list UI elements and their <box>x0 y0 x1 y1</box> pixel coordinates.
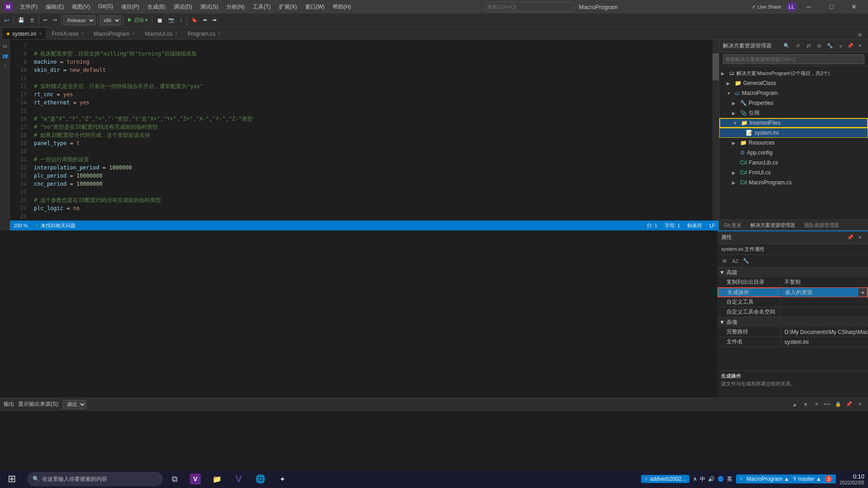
save-all-btn[interactable]: 🗒 <box>28 15 37 26</box>
taskbar-app-edge[interactable]: 🌐 <box>251 472 269 486</box>
se-filter-btn[interactable]: ≡ <box>836 42 845 51</box>
minimize-button[interactable]: ─ <box>798 0 819 14</box>
output-scroll-up-btn[interactable]: ▲ <box>790 400 799 409</box>
run-btn[interactable]: ▶ 启动 ▾ <box>125 15 150 26</box>
se-search-input[interactable] <box>723 54 864 64</box>
editor-scrollbar[interactable] <box>712 40 719 221</box>
tab-programcs[interactable]: Program.cs × <box>183 28 226 39</box>
taskbar-app-other[interactable]: ✦ <box>273 472 291 486</box>
tab-close-icon[interactable]: × <box>39 31 42 36</box>
user-avatar[interactable]: LL <box>787 2 797 12</box>
code-content[interactable]: # 机床配置类型，目前支持"milling"和"turning"后续陆续添加 m… <box>30 40 712 221</box>
editor-settings-btn[interactable]: ⚙ <box>855 30 864 39</box>
taskbar-app-explorer[interactable]: 📁 <box>208 472 226 486</box>
tab-close-icon[interactable]: × <box>218 31 221 36</box>
menu-project[interactable]: 项目(P) <box>118 2 143 12</box>
editor-content[interactable]: 7 8 9 10 11 12 13 14 15 16 17 18 19 20 2… <box>10 40 719 221</box>
props-sort-cat-btn[interactable]: ⊞ <box>719 256 729 266</box>
save-btn[interactable]: 💾 <box>16 15 27 26</box>
bookmark-nav-btn2[interactable]: ➡ <box>210 15 219 26</box>
clock[interactable]: 0:10 2022/02/05 <box>840 473 864 485</box>
taskbar-app-vs-logo[interactable]: V <box>230 472 248 486</box>
tab-close-icon[interactable]: × <box>81 31 84 36</box>
tree-item-macroprogram[interactable]: ▼ 🗂 MacroProgram <box>719 88 868 98</box>
menu-debug[interactable]: 调试(D) <box>170 2 196 12</box>
taskbar-app-vs[interactable]: V <box>186 472 204 486</box>
tab-macroprogram[interactable]: MacroProgram × <box>89 28 140 39</box>
tray-lang[interactable]: 英 <box>727 475 732 483</box>
tree-item-solution[interactable]: ▶ 🗂 解决方案'MacroProgram'(2个项目，共2个) <box>719 68 868 78</box>
menu-tools[interactable]: 工具(T) <box>249 2 274 12</box>
bookmark-nav-btn[interactable]: ⬅ <box>201 15 209 26</box>
sidebar-source-icon[interactable]: ⑂ <box>1 61 9 70</box>
live-share-button[interactable]: ↗ Live Share <box>748 3 785 11</box>
tree-item-appconfig[interactable]: ⚙ App.config <box>719 148 868 158</box>
close-button[interactable]: ✕ <box>844 0 864 14</box>
tree-item-system-ini[interactable]: 📝 system.ini <box>719 128 868 138</box>
se-tab-team[interactable]: 团队资源管理器 <box>800 221 844 230</box>
props-section-header-misc[interactable]: ▼ 杂项 <box>717 317 868 327</box>
props-row-build-action[interactable]: 生成操作 嵌入的资源 ▾ <box>717 287 868 297</box>
se-settings-btn[interactable]: 🔧 <box>826 42 835 51</box>
props-build-value[interactable]: 嵌入的资源 ▾ <box>782 288 867 297</box>
menu-extend[interactable]: 扩展(X) <box>275 2 301 12</box>
se-pin-icon[interactable]: 📌 <box>847 43 854 49</box>
props-pin-icon[interactable]: 📌 <box>847 235 854 240</box>
menu-analyze[interactable]: 分析(N) <box>223 2 249 12</box>
sidebar-solution-icon[interactable]: 🗂 <box>1 42 9 50</box>
output-source-select[interactable]: 调试 <box>63 400 86 409</box>
tab-system-ini[interactable]: system.ini × <box>2 28 47 39</box>
menu-edit[interactable]: 编辑(E) <box>42 2 67 12</box>
task-view-button[interactable]: ⧉ <box>166 471 183 487</box>
tree-item-properties[interactable]: ▶ 🔧 Properties <box>719 98 868 108</box>
menu-git[interactable]: Git(G) <box>94 2 117 12</box>
menu-test[interactable]: 测试(S) <box>197 2 222 12</box>
tree-item-frmui[interactable]: ▶ C# FrmUI.cs <box>719 168 868 178</box>
tree-item-macroprogramcs[interactable]: ▶ C# MacroProgram.cs <box>719 178 868 188</box>
output-pin-btn[interactable]: 📌 <box>844 400 854 409</box>
start-button[interactable]: ⊞ <box>4 471 20 487</box>
se-refresh-btn[interactable]: ↺ <box>793 42 802 51</box>
tree-item-resources[interactable]: ▶ 📁 Resources <box>719 138 868 148</box>
props-properties-btn[interactable]: 🔧 <box>741 256 751 266</box>
tab-close-icon[interactable]: × <box>132 31 135 36</box>
tree-item-fanuclib[interactable]: C# FanucLib.cs <box>719 158 868 168</box>
tray-ime-toggle[interactable]: 中 <box>700 475 705 483</box>
props-sort-alpha-btn[interactable]: AZ <box>730 256 740 266</box>
se-tab-solution[interactable]: 解决方案资源管理器 <box>746 221 800 230</box>
output-clear-btn[interactable]: ✕ <box>812 400 821 409</box>
tray-up-arrow[interactable]: ∧ <box>693 476 697 482</box>
format-btn[interactable]: ⫶ <box>178 15 185 26</box>
redo-btn[interactable]: ↪ <box>51 15 59 26</box>
scrollbar-thumb[interactable] <box>712 53 719 80</box>
undo-back-btn[interactable]: ↩ <box>2 15 12 26</box>
se-sync-btn[interactable]: ⇄ <box>804 42 813 51</box>
output-scroll-down-btn[interactable]: ▼ <box>801 400 810 409</box>
tree-item-insertedfiles[interactable]: ▼ 📁 InsertedFiles <box>719 118 868 128</box>
tray-network-icon[interactable]: 🔵 <box>717 476 724 482</box>
global-search-input[interactable] <box>485 2 576 12</box>
menu-help[interactable]: 帮助(H) <box>329 2 355 12</box>
tab-macrouics[interactable]: MacroUI.cs × <box>140 28 183 39</box>
tab-frmui-resx[interactable]: FrmUI.resx × <box>47 28 89 39</box>
tree-item-generalclass[interactable]: ▶ 📁 GeneralClass <box>719 78 868 88</box>
menu-window[interactable]: 窗口(W) <box>302 2 328 12</box>
output-wrap-btn[interactable]: ⟺ <box>823 400 832 409</box>
props-section-header-advanced[interactable]: ▼ 高级 <box>717 267 868 277</box>
maximize-button[interactable]: □ <box>821 0 842 14</box>
se-search-btn[interactable]: 🔍 <box>782 42 791 51</box>
camera-btn[interactable]: 📷 <box>166 15 177 26</box>
menu-build[interactable]: 生成(B) <box>144 2 169 12</box>
breakpoint-btn[interactable]: ⏹ <box>154 15 165 26</box>
se-tab-git[interactable]: Git 更改 <box>719 221 746 230</box>
taskbar-search-box[interactable]: 🔍 在这里输入你要搜索的内容 <box>27 472 163 486</box>
tree-item-references[interactable]: ▶ 📎 引用 <box>719 108 868 118</box>
build-action-dropdown-btn[interactable]: ▾ <box>858 288 867 297</box>
tray-sound-icon[interactable]: 🔊 <box>708 476 715 482</box>
bookmark-btn[interactable]: 🔖 <box>189 15 200 26</box>
props-close-btn[interactable]: ✕ <box>855 233 864 242</box>
undo-btn[interactable]: ↩ <box>41 15 50 26</box>
output-close-btn[interactable]: ✕ <box>855 400 864 409</box>
se-close-btn[interactable]: ✕ <box>855 42 864 51</box>
tab-close-icon[interactable]: × <box>175 31 178 36</box>
